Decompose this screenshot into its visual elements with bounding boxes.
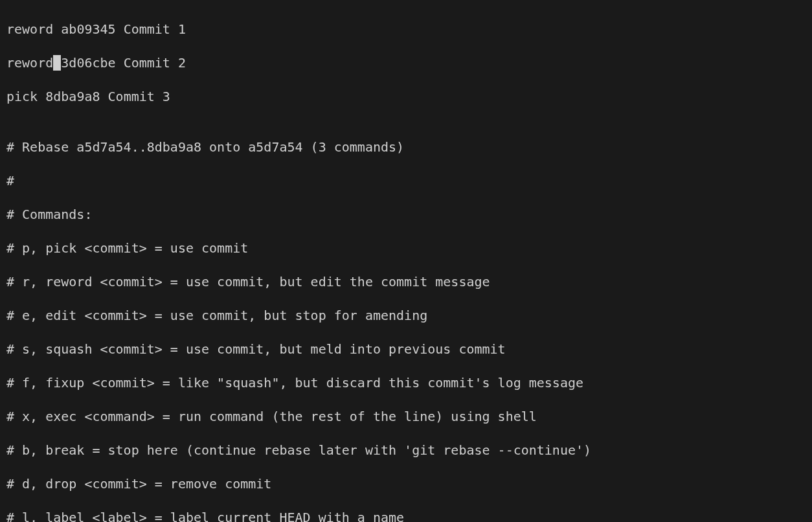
commit-line[interactable]: reword ab09345 Commit 1 xyxy=(6,21,806,38)
commit-message: Commit 3 xyxy=(108,89,170,104)
comment-line: # d, drop <commit> = remove commit xyxy=(6,475,806,492)
commit-hash: ab09345 xyxy=(61,21,115,37)
rebase-action: pick xyxy=(6,89,38,104)
commit-message: Commit 2 xyxy=(124,55,186,71)
commit-hash: 3d06cbe xyxy=(61,55,115,71)
comment-line: # b, break = stop here (continue rebase … xyxy=(6,442,806,459)
text-cursor xyxy=(53,55,61,71)
comment-line: # Commands: xyxy=(6,206,806,223)
comment-line: # xyxy=(6,172,806,189)
commit-line[interactable]: reword 3d06cbe Commit 2 xyxy=(6,54,806,71)
comment-line: # e, edit <commit> = use commit, but sto… xyxy=(6,307,806,324)
comment-line: # x, exec <command> = run command (the r… xyxy=(6,408,806,425)
commit-line[interactable]: pick 8dba9a8 Commit 3 xyxy=(6,88,806,105)
comment-line: # l, label <label> = label current HEAD … xyxy=(6,509,806,522)
rebase-action: reword xyxy=(6,21,53,37)
rebase-action: reword xyxy=(6,55,53,71)
comment-line: # p, pick <commit> = use commit xyxy=(6,240,806,256)
git-rebase-todo-editor[interactable]: reword ab09345 Commit 1 reword 3d06cbe C… xyxy=(0,0,812,522)
commit-message: Commit 1 xyxy=(124,21,186,37)
comment-line: # r, reword <commit> = use commit, but e… xyxy=(6,273,806,290)
comment-line: # s, squash <commit> = use commit, but m… xyxy=(6,341,806,357)
comment-line: # f, fixup <commit> = like "squash", but… xyxy=(6,374,806,391)
commit-hash: 8dba9a8 xyxy=(45,89,100,104)
comment-line: # Rebase a5d7a54..8dba9a8 onto a5d7a54 (… xyxy=(6,139,806,155)
